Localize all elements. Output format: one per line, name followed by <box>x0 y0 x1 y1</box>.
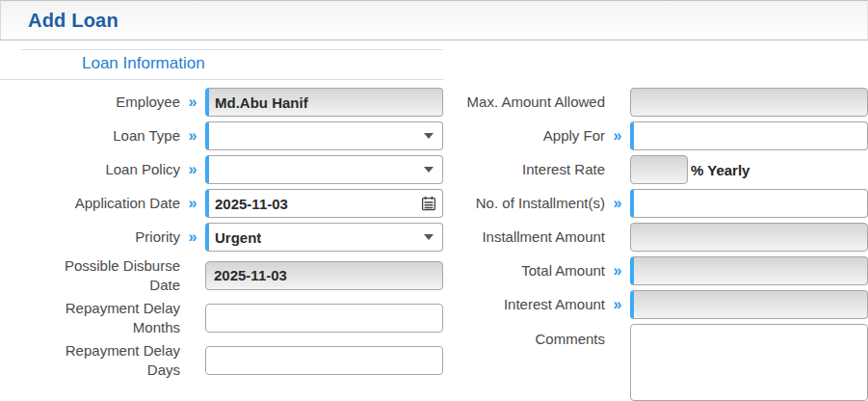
priority-label: Priority <box>0 227 180 247</box>
installment-amount-input <box>630 223 868 252</box>
possible-disburse-date-label: Possible Disburse Date <box>0 256 180 294</box>
application-date-label: Application Date <box>0 194 180 213</box>
chevron-down-icon <box>424 133 434 139</box>
field-row-priority: Priority » Urgent <box>0 223 443 252</box>
section-divider-bottom <box>0 79 443 80</box>
form-column-left: Employee » Loan Type » Loan Policy <box>0 88 443 384</box>
required-marker-icon: » <box>605 127 630 145</box>
no-of-installments-label: No. of Installment(s) <box>443 194 605 213</box>
chevron-down-icon <box>424 234 434 240</box>
field-row-repayment-delay-months: Repayment Delay Months <box>0 299 443 336</box>
priority-value: Urgent <box>215 229 261 246</box>
field-row-interest-amount: Interest Amount » <box>443 290 868 319</box>
loan-policy-dropdown[interactable] <box>205 155 443 184</box>
employee-input <box>205 88 443 117</box>
page-title: Add Loan <box>28 10 118 32</box>
required-marker-icon: » <box>180 161 205 178</box>
interest-rate-unit-label: % Yearly <box>691 162 750 178</box>
priority-dropdown[interactable]: Urgent <box>205 223 443 252</box>
field-row-possible-disburse-date: Possible Disburse Date <box>0 256 443 294</box>
comments-label: Comments <box>443 324 605 349</box>
interest-rate-label: Interest Rate <box>443 160 605 179</box>
chevron-down-icon <box>424 167 434 173</box>
repayment-delay-months-label: Repayment Delay Months <box>0 299 180 336</box>
field-row-total-amount: Total Amount » <box>443 256 868 285</box>
field-row-no-of-installments: No. of Installment(s) » <box>443 189 868 218</box>
form-column-right: Max. Amount Allowed Apply For » Interest… <box>443 88 868 401</box>
field-row-max-amount-allowed: Max. Amount Allowed <box>443 88 868 117</box>
comments-textarea[interactable] <box>630 324 868 401</box>
required-marker-icon: » <box>180 195 205 212</box>
required-marker-icon: » <box>605 195 630 212</box>
max-amount-allowed-label: Max. Amount Allowed <box>443 93 605 112</box>
total-amount-input <box>630 256 868 285</box>
loan-type-label: Loan Type <box>0 126 180 146</box>
interest-rate-input <box>630 155 688 184</box>
field-row-application-date: Application Date » <box>0 189 443 218</box>
application-date-input[interactable] <box>205 189 443 218</box>
field-row-employee: Employee » <box>0 88 443 117</box>
calendar-icon[interactable] <box>421 196 436 211</box>
field-row-interest-rate: Interest Rate % Yearly <box>443 155 868 184</box>
required-marker-icon: » <box>605 296 630 313</box>
repayment-delay-days-label: Repayment Delay Days <box>0 341 180 379</box>
required-marker-icon: » <box>180 228 205 246</box>
required-marker-icon: » <box>605 262 630 280</box>
loan-form: Employee » Loan Type » Loan Policy <box>0 88 868 401</box>
apply-for-input[interactable] <box>630 121 868 150</box>
max-amount-allowed-input <box>630 88 868 117</box>
no-of-installments-input[interactable] <box>630 189 868 218</box>
field-row-comments: Comments <box>443 324 868 401</box>
employee-label: Employee <box>0 93 180 112</box>
interest-amount-label: Interest Amount <box>443 295 605 314</box>
loan-policy-label: Loan Policy <box>0 160 180 179</box>
repayment-delay-months-input[interactable] <box>205 304 443 333</box>
interest-amount-input <box>630 290 868 319</box>
loan-information-section-header: Loan Information <box>0 49 443 80</box>
field-row-loan-policy: Loan Policy » <box>0 155 443 184</box>
total-amount-label: Total Amount <box>443 261 605 281</box>
add-loan-page: Add Loan Loan Information Employee » Loa… <box>0 0 868 401</box>
repayment-delay-days-input[interactable] <box>205 346 443 375</box>
field-row-apply-for: Apply For » <box>443 121 868 150</box>
required-marker-icon: » <box>180 127 205 145</box>
field-row-installment-amount: Installment Amount <box>443 223 868 252</box>
field-row-loan-type: Loan Type » <box>0 121 443 150</box>
installment-amount-label: Installment Amount <box>443 227 605 247</box>
loan-type-dropdown[interactable] <box>205 121 443 150</box>
field-row-repayment-delay-days: Repayment Delay Days <box>0 341 443 379</box>
possible-disburse-date-input <box>205 261 443 290</box>
section-title: Loan Information <box>0 50 443 79</box>
page-header: Add Loan <box>0 0 868 40</box>
apply-for-label: Apply For <box>443 126 605 146</box>
required-marker-icon: » <box>180 94 205 111</box>
